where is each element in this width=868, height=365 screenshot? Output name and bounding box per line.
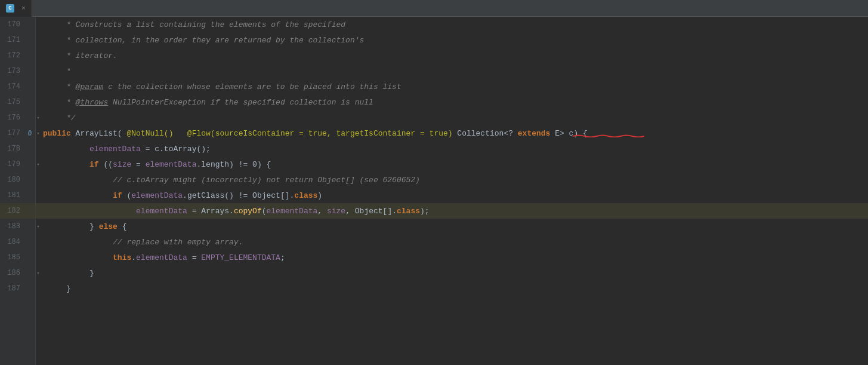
token-op: .getClass() != <box>183 191 252 200</box>
token-op: = <box>187 207 201 216</box>
token-op: []. <box>280 191 294 200</box>
token-cm: c the collection whose elements are to b… <box>103 82 401 91</box>
token-cm: * iterator. <box>43 51 118 60</box>
token-op: ; <box>280 253 285 262</box>
token-cls: Object <box>355 207 383 216</box>
token-field: elementData <box>136 207 187 216</box>
token-kw: this <box>113 253 131 262</box>
code-line: // c.toArray might (incorrectly) not ret… <box>36 172 868 188</box>
token-field: size <box>327 207 345 216</box>
gutter-row: 179▾ <box>0 157 35 172</box>
token-cm: // c.toArray might (incorrectly) not ret… <box>113 176 420 185</box>
token-op: . <box>131 253 136 262</box>
tab-close-button[interactable]: × <box>21 5 26 12</box>
token-cm: * <box>43 82 76 91</box>
line-number: 171 <box>0 36 25 44</box>
token-kw: extends <box>518 129 551 138</box>
code-line: * <box>36 63 868 79</box>
token-field: elementData <box>267 207 318 216</box>
code-line: if (elementData.getClass() != Object[].c… <box>36 188 868 203</box>
token-kw: else <box>99 222 118 231</box>
token-op: } <box>43 222 99 231</box>
gutter-row: 181 <box>0 188 35 203</box>
line-number: 181 <box>0 191 25 200</box>
token-op <box>453 129 458 138</box>
gutter-row: 187 <box>0 281 35 296</box>
token-op <box>43 207 136 216</box>
tab-bar: C × <box>0 0 868 17</box>
code-line: this.elementData = EMPTY_ELEMENTDATA; <box>36 250 868 265</box>
gutter-row: 176▾ <box>0 110 35 125</box>
line-number: 179 <box>0 160 25 168</box>
token-field: elementData <box>136 253 187 262</box>
token-cm: * Constructs a list containing the eleme… <box>43 20 345 29</box>
token-op: , <box>317 207 327 216</box>
line-number: 178 <box>0 145 25 153</box>
line-number: 176 <box>0 114 25 122</box>
token-ann: @NotNull() <box>126 129 173 138</box>
token-op: (( <box>99 160 113 169</box>
token-cm: * <box>43 67 71 76</box>
gutter-annotation-icon: @ <box>25 130 35 137</box>
token-op: ( <box>122 191 132 200</box>
tab-arraylist[interactable]: C × <box>0 0 32 17</box>
token-fn: copyOf <box>234 207 262 216</box>
line-number: 172 <box>0 51 25 60</box>
token-op <box>43 238 113 247</box>
code-line: * @param c the collection whose elements… <box>36 79 868 94</box>
code-line: */ <box>36 110 868 125</box>
line-number: 186 <box>0 269 25 277</box>
code-line: if ((size = elementData.length) != 0) { <box>36 157 868 172</box>
token-cm <box>108 98 113 107</box>
token-op: , <box>345 207 355 216</box>
token-op <box>43 176 113 185</box>
code-line: elementData = Arrays.copyOf(elementData,… <box>36 203 868 219</box>
token-op: . <box>229 207 234 216</box>
token-field: elementData <box>89 145 141 154</box>
token-op: ( <box>262 207 267 216</box>
line-number: 180 <box>0 176 25 184</box>
gutter-row: 182 <box>0 203 35 219</box>
code-line: } else { <box>36 219 868 234</box>
token-op: } <box>43 269 94 278</box>
token-cls: Object <box>252 191 280 200</box>
token-op: = <box>131 160 145 169</box>
gutter-row: 185 <box>0 250 35 265</box>
token-field: EMPTY_ELEMENTDATA <box>201 253 280 262</box>
token-cm: if the specified collection is null <box>206 98 373 107</box>
token-field: elementData <box>146 160 197 169</box>
token-cls: Arrays <box>201 207 229 216</box>
token-op: <? <box>503 129 517 138</box>
token-kw: if <box>113 191 122 200</box>
gutter-row: 177@▾ <box>0 125 35 141</box>
gutter-row: 178 <box>0 141 35 157</box>
line-number: 170 <box>0 20 25 29</box>
gutter-row: 180 <box>0 172 35 188</box>
line-number: 173 <box>0 67 25 75</box>
code-line: * iterator. <box>36 48 868 63</box>
token-op <box>173 129 187 138</box>
token-op: E> c) { <box>550 129 587 138</box>
token-op: ); <box>420 207 430 216</box>
token-kw: class <box>294 191 317 200</box>
line-number: 182 <box>0 207 25 215</box>
token-kw: class <box>397 207 420 216</box>
token-cm: * <box>43 98 76 107</box>
code-line: * @throws NullPointerException if the sp… <box>36 94 868 110</box>
line-number: 175 <box>0 98 25 106</box>
code-area[interactable]: * Constructs a list containing the eleme… <box>36 17 868 365</box>
token-op <box>43 160 89 169</box>
token-op: ArrayList( <box>71 129 127 138</box>
code-line: elementData = c.toArray(); <box>36 141 868 157</box>
line-number: 177 <box>0 129 25 137</box>
token-op <box>43 191 113 200</box>
line-number: 174 <box>0 82 25 91</box>
token-op: .length) != 0) { <box>196 160 271 169</box>
gutter-row: 183▾ <box>0 219 35 234</box>
token-cm-italic: NullPointerException <box>113 98 206 107</box>
gutter: 170171172173174175176▾177@▾178179▾180181… <box>0 17 36 365</box>
token-cls: Collection <box>457 129 503 138</box>
token-op <box>43 145 89 154</box>
token-op <box>43 253 113 262</box>
gutter-row: 173 <box>0 63 35 79</box>
